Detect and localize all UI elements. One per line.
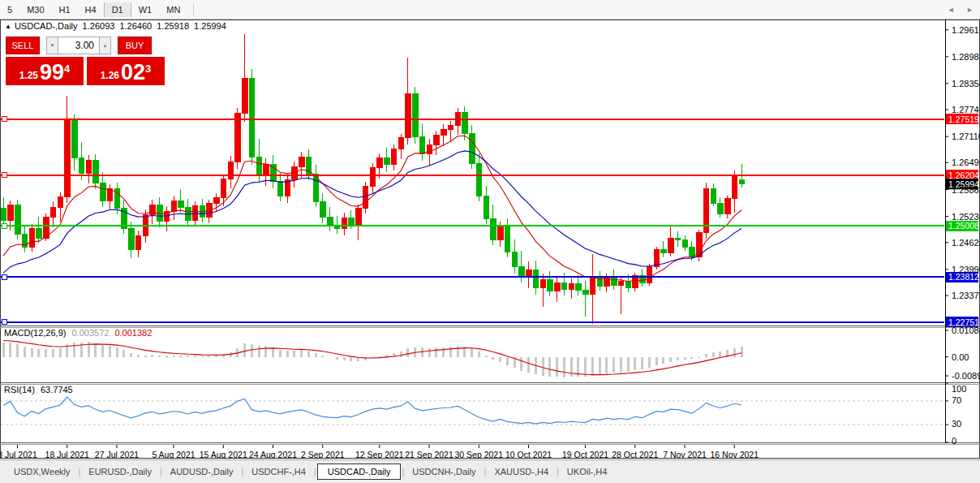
- price-axis-label: 1.29615: [952, 25, 980, 35]
- buy-button[interactable]: BUY: [118, 37, 152, 54]
- hline-anchor[interactable]: [2, 223, 6, 228]
- macd-bar: [499, 357, 501, 362]
- timeframe-toolbar: 5M30H1H4D1W1MN: [0, 0, 980, 19]
- timeframe-button-w1[interactable]: W1: [131, 2, 160, 17]
- tab-separator: |: [484, 467, 487, 477]
- timeframe-button-h1[interactable]: H1: [52, 2, 78, 17]
- date-axis-label: 30 Sep 2021: [454, 450, 503, 459]
- candle-body: [618, 281, 624, 285]
- macd-signal-value: 0.001382: [114, 328, 152, 338]
- timeframe-button-m30[interactable]: M30: [19, 2, 51, 17]
- macd-bar: [556, 357, 558, 377]
- chart-tab-ukoil-h4[interactable]: UKOil-,H4: [560, 464, 615, 479]
- macd-bar: [684, 357, 686, 360]
- macd-bar: [705, 354, 707, 356]
- chart-tab-usdcnh-daily[interactable]: USDCNH-,Daily: [405, 464, 483, 479]
- macd-bar: [527, 357, 530, 373]
- macd-bar: [591, 357, 594, 376]
- candle-body: [732, 176, 737, 199]
- macd-bar: [506, 357, 509, 365]
- macd-bar: [655, 357, 658, 366]
- buy-price-panel[interactable]: 1.26 02 3: [87, 57, 165, 85]
- candle-body: [143, 214, 148, 235]
- macd-bar: [698, 357, 700, 358]
- candle-body: [370, 167, 376, 186]
- sell-button[interactable]: SELL: [6, 37, 40, 54]
- candle-body: [228, 162, 234, 179]
- candle-body: [135, 235, 141, 249]
- candle-body: [320, 201, 326, 217]
- macd-bar: [669, 357, 672, 362]
- macd-bar: [158, 356, 161, 356]
- chart-canvas[interactable]: 1.275191.262041.250081.238121.227511.259…: [0, 19, 980, 459]
- hline-anchor[interactable]: [2, 117, 6, 122]
- candle-body: [178, 201, 184, 207]
- macd-bar: [350, 357, 352, 362]
- date-axis-label: 5 Aug 2021: [152, 450, 195, 459]
- chart-tab-eurusd-daily[interactable]: EURUSD-,Daily: [81, 464, 159, 479]
- volume-input[interactable]: 3.00: [58, 37, 99, 54]
- candle-body: [29, 229, 35, 248]
- macd-bar: [634, 357, 636, 370]
- price-axis-label: 1.23990: [952, 265, 980, 274]
- candle-body: [675, 239, 681, 240]
- candle-body: [661, 250, 667, 253]
- hline-anchor[interactable]: [2, 173, 6, 178]
- date-axis-label: 2 Sep 2021: [301, 450, 345, 459]
- sell-price-prefix: 1.25: [19, 70, 38, 81]
- candle-body: [413, 93, 419, 137]
- candle-body: [15, 205, 21, 235]
- collapse-trade-panel-icon[interactable]: ▲: [5, 23, 11, 30]
- chart-tab-bar: USDX,Weekly|EURUSD-,Daily|AUDUSD-,Daily|…: [0, 459, 980, 483]
- chart-tab-audusd-daily[interactable]: AUDUSD-,Daily: [163, 464, 241, 479]
- macd-bar: [570, 357, 573, 377]
- candle-body: [356, 209, 362, 224]
- volume-increase-icon[interactable]: ▲: [99, 37, 111, 54]
- candle-body: [37, 229, 42, 239]
- candle-body: [299, 157, 305, 167]
- ohlc-high: 1.26460: [119, 21, 152, 31]
- toolbar-divider: [193, 3, 194, 15]
- macd-main-value: 0.003572: [71, 328, 109, 338]
- chart-tab-usdx-weekly[interactable]: USDX,Weekly: [6, 464, 77, 479]
- candle-body: [221, 179, 226, 197]
- volume-decrease-icon[interactable]: ▼: [46, 37, 58, 54]
- chart-symbol-title: USDCAD-,Daily: [15, 21, 78, 31]
- chart-tab-usdcad-daily[interactable]: USDCAD-,Daily: [317, 464, 402, 480]
- candle-body: [58, 196, 63, 207]
- candle-body: [682, 240, 688, 247]
- candle-body: [668, 239, 674, 253]
- chart-tab-usdchf-h4[interactable]: USDCHF-,H4: [244, 464, 313, 479]
- macd-bar: [677, 357, 679, 360]
- price-axis-label: 1.24620: [952, 238, 980, 248]
- hline-anchor[interactable]: [2, 274, 6, 279]
- timeframe-button-d1[interactable]: D1: [104, 2, 131, 17]
- candle-body: [107, 189, 113, 201]
- ohlc-close: 1.25994: [194, 21, 226, 31]
- date-axis-label: 7 Nov 2021: [663, 450, 707, 459]
- candle-body: [235, 114, 241, 162]
- timeframe-button-mn[interactable]: MN: [159, 2, 187, 17]
- tab-scroll-left-icon[interactable]: ◄: [948, 6, 955, 14]
- tab-scroll-right-icon[interactable]: ►: [966, 6, 974, 14]
- candle-body: [377, 158, 383, 168]
- rsi-name: RSI(14): [4, 385, 35, 395]
- chart-tab-xauusd-h4[interactable]: XAUUSD-,H4: [487, 464, 556, 479]
- macd-bar: [435, 347, 437, 356]
- candle-body: [277, 182, 283, 196]
- macd-bar: [548, 357, 551, 377]
- timeframe-button-h4[interactable]: H4: [78, 2, 104, 17]
- buy-price-prefix: 1.26: [101, 70, 119, 81]
- macd-bar: [733, 348, 736, 357]
- candle-body: [739, 180, 745, 184]
- hline-anchor[interactable]: [2, 320, 6, 325]
- timeframe-button-5[interactable]: 5: [0, 2, 19, 17]
- candle-body: [512, 252, 518, 266]
- macd-bar: [73, 343, 75, 356]
- macd-bar: [378, 356, 380, 357]
- macd-bar: [151, 355, 153, 356]
- candle-body: [476, 163, 482, 196]
- sell-price-panel[interactable]: 1.25 99 4: [6, 57, 84, 85]
- candle-body: [612, 277, 617, 285]
- candle-body: [533, 270, 539, 288]
